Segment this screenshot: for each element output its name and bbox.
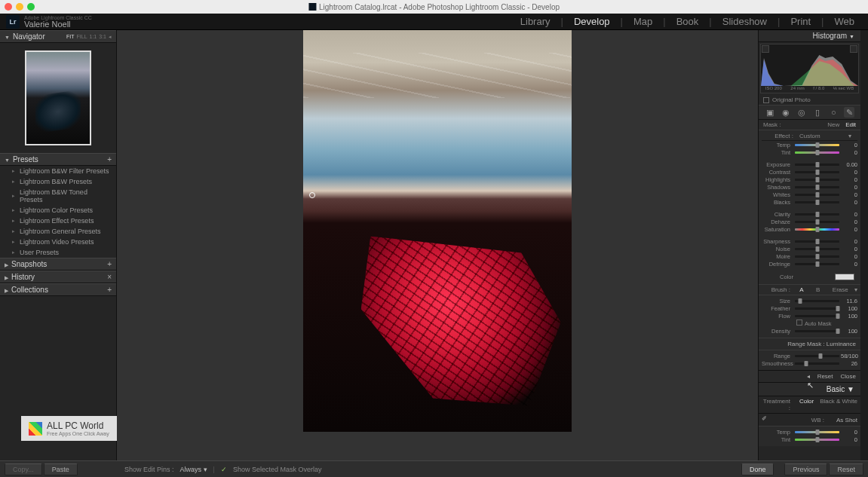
slider-row[interactable]: Flow 100 [762, 312, 857, 320]
watermark-icon [29, 422, 42, 436]
mask-new[interactable]: New [827, 121, 839, 128]
navigator-header[interactable]: ▼Navigator FIT FILL 1:1 3:1 ◂ [0, 30, 116, 43]
collections-add-icon[interactable]: + [107, 286, 112, 294]
slider-row[interactable]: Contrast 0 [762, 168, 857, 176]
range-mask-header[interactable]: Range Mask : Luminance [759, 338, 860, 350]
brush-b[interactable]: B [816, 286, 820, 293]
overlay-checkbox[interactable]: ✓ [221, 466, 227, 473]
module-web[interactable]: Web [835, 16, 855, 27]
slider-row[interactable]: Sharpness 0 [762, 237, 857, 245]
eyedropper-icon[interactable]: ✐ [762, 415, 771, 424]
slider-row[interactable]: Temp 0 [762, 428, 857, 436]
copy-button[interactable]: Copy... [5, 463, 42, 475]
watermark: ALL PC World Free Apps One Click Away [21, 416, 117, 441]
crop-tool-icon[interactable]: ▣ [765, 107, 775, 118]
mask-close[interactable]: Close [841, 373, 856, 380]
radial-filter-icon[interactable]: ○ [828, 107, 839, 118]
slider-row[interactable]: Size 11.6 [762, 297, 857, 304]
mask-bar: Mask : NewEdit [759, 120, 860, 130]
grad-filter-icon[interactable]: ▯ [812, 107, 823, 118]
reset-button[interactable]: Reset [829, 463, 863, 475]
preset-folder[interactable]: Lightroom B&W Presets [0, 176, 116, 187]
wb-value[interactable]: As Shot [827, 417, 857, 423]
histogram-header[interactable]: Histogram▼ [759, 30, 860, 42]
slider-row[interactable]: Temp 0 [762, 141, 857, 148]
slider-row[interactable]: Saturation 0 [762, 225, 857, 233]
slider-row[interactable]: Density 100 [762, 327, 857, 335]
navigator-thumbnail[interactable] [0, 43, 116, 153]
identity-bar: Lr Adobe Lightroom Classic CC Valerie No… [0, 14, 868, 30]
preset-folder[interactable]: Lightroom B&W Filter Presets [0, 166, 116, 176]
histogram[interactable]: ISO 20024 mmf / 8.0⅛ sec WB [760, 44, 859, 93]
history-header[interactable]: ▶History × [0, 271, 116, 283]
slider-row[interactable]: Tint 0 [762, 148, 857, 156]
presets-add-icon[interactable]: + [107, 155, 112, 164]
zoom-window-button[interactable] [27, 3, 35, 11]
effect-panel: Effect :Custom▾ Temp 0 Tint 0 Exposure 0… [759, 130, 860, 284]
slider-row[interactable]: Highlights 0 [762, 176, 857, 183]
right-scrollbar[interactable] [860, 30, 868, 460]
module-book[interactable]: Book [676, 16, 699, 27]
nav-fit[interactable]: FIT [66, 34, 75, 40]
mask-reset[interactable]: Reset [817, 373, 833, 380]
slider-row[interactable]: Range 58/100 [762, 352, 857, 359]
basic-header[interactable]: Basic ▼ [759, 383, 860, 396]
history-clear-icon[interactable]: × [107, 273, 112, 281]
canvas-area[interactable] [117, 30, 758, 460]
module-slideshow[interactable]: Slideshow [722, 16, 767, 27]
slider-row[interactable]: Whites 0 [762, 191, 857, 198]
slider-row[interactable]: Feather 100 [762, 304, 857, 312]
preset-folder[interactable]: Lightroom Effect Presets [0, 216, 116, 226]
slider-row[interactable]: Tint 0 [762, 436, 857, 443]
snapshots-header[interactable]: ▶Snapshots + [0, 258, 116, 271]
paste-button[interactable]: Paste [44, 463, 78, 475]
slider-row[interactable]: Shadows 0 [762, 183, 857, 191]
brush-bar: Brush : A B Erase ▾ [759, 284, 860, 295]
module-map[interactable]: Map [633, 16, 652, 27]
brush-tool-icon[interactable]: ✎ [844, 107, 854, 118]
photo-preview[interactable] [303, 30, 572, 432]
module-develop[interactable]: Develop [574, 16, 610, 27]
show-pins-select[interactable]: Always ▾ [180, 466, 207, 473]
slider-row[interactable]: Blacks 0 [762, 198, 857, 206]
close-window-button[interactable] [5, 3, 12, 11]
treatment-color[interactable]: Color [799, 398, 814, 411]
redeye-tool-icon[interactable]: ◎ [796, 107, 807, 118]
nav-fill[interactable]: FILL [77, 34, 87, 40]
right-panel: Histogram▼ ISO 20024 mmf / 8.0⅛ sec WB O… [758, 30, 860, 460]
color-swatch[interactable] [835, 274, 854, 280]
preset-folder[interactable]: Lightroom Video Presets [0, 237, 116, 247]
brush-a[interactable]: A [799, 286, 803, 293]
mask-edit[interactable]: Edit [845, 121, 856, 128]
slider-row[interactable]: Dehaze 0 [762, 218, 857, 225]
slider-row[interactable]: Noise 0 [762, 245, 857, 252]
slider-row[interactable]: Moire 0 [762, 252, 857, 260]
snapshots-add-icon[interactable]: + [107, 260, 112, 268]
collections-header[interactable]: ▶Collections + [0, 283, 116, 296]
done-button[interactable]: Done [741, 463, 774, 475]
preset-folder[interactable]: User Presets [0, 247, 116, 258]
presets-header[interactable]: ▼Presets + [0, 153, 116, 166]
slider-row[interactable]: Clarity 0 [762, 210, 857, 218]
spot-tool-icon[interactable]: ◉ [781, 107, 791, 118]
brush-erase[interactable]: Erase [833, 286, 848, 293]
nav-3to1[interactable]: 3:1 [99, 34, 106, 40]
slider-row[interactable]: Smoothness 26 [762, 359, 857, 367]
preset-folder[interactable]: Lightroom General Presets [0, 226, 116, 237]
previous-button[interactable]: Previous [784, 463, 827, 475]
window-titlebar: Lightroom Catalog.lrcat - Adobe Photosho… [0, 0, 868, 14]
slider-row[interactable]: Defringe 0 [762, 260, 857, 268]
minimize-window-button[interactable] [16, 3, 23, 11]
module-library[interactable]: Library [520, 16, 551, 27]
preset-folder[interactable]: Lightroom B&W Toned Presets [0, 187, 116, 205]
watermark-title: ALL PC World [47, 420, 109, 431]
preset-folder[interactable]: Lightroom Color Presets [0, 205, 116, 216]
original-photo-toggle[interactable]: Original Photo [759, 95, 860, 105]
module-print[interactable]: Print [790, 16, 811, 27]
nav-1to1[interactable]: 1:1 [90, 34, 97, 40]
slider-row[interactable]: Exposure 0.00 [762, 161, 857, 168]
window-title: Lightroom Catalog.lrcat - Adobe Photosho… [319, 3, 560, 11]
treatment-bw[interactable]: Black & White [820, 398, 857, 411]
adjustment-pin[interactable] [309, 192, 315, 198]
effect-mode[interactable]: Custom [799, 133, 820, 139]
